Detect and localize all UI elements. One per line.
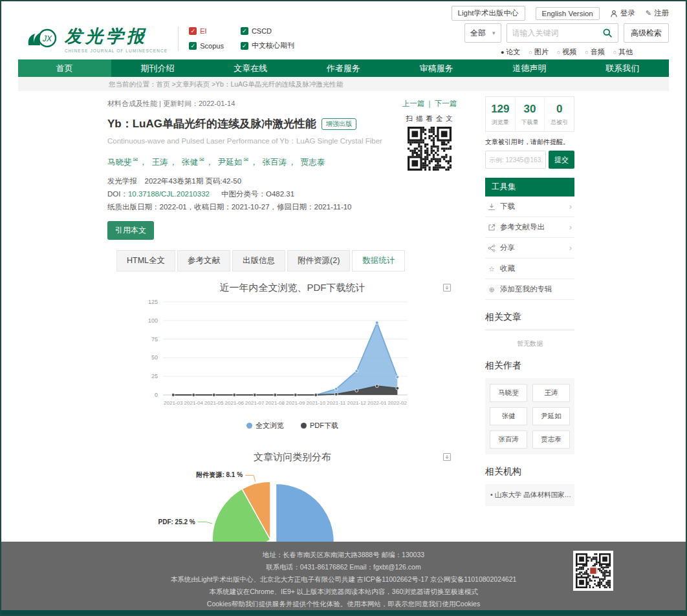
submit-button[interactable]: 提交 — [549, 151, 574, 169]
article-title-en: Continuous-wave and Pulsed Laser Perform… — [107, 136, 401, 146]
site-footer: 地址：长春市南关区东南湖大路3888号 邮编：130033 联系电话：0431-… — [1, 542, 686, 610]
legend-label: 全文浏览 — [256, 421, 284, 430]
save-image-icon[interactable] — [442, 452, 452, 462]
article-title-row: Yb：LuAG单晶光纤的连续及脉冲激光性能 增强出版 — [107, 116, 401, 131]
toolset-title: 工具集 — [485, 178, 574, 196]
save-image-icon[interactable] — [442, 283, 452, 292]
author-link[interactable]: 贾志泰 — [301, 158, 325, 167]
article-source: 发光学报 2022年43卷第1期 页码:42-50 — [107, 175, 401, 187]
next-article-link[interactable]: 下一篇 — [435, 100, 457, 107]
stat-views: 129 浏览量 — [486, 97, 515, 131]
author-link[interactable]: 尹延如✉ — [218, 158, 248, 167]
english-version-link[interactable]: English Version — [536, 7, 600, 20]
author-link[interactable]: 张健✉ — [182, 158, 204, 167]
related-author-chip[interactable]: 张百涛 — [490, 430, 527, 449]
tab-html-fulltext[interactable]: HTML全文 — [116, 250, 175, 271]
journal-logo[interactable]: JX 发光学报 CHINESE JOURNAL OF LUMINESCENCE — [26, 25, 168, 53]
svg-text:JX: JX — [42, 34, 52, 43]
article-header: 材料合成及性能 | 更新时间：2022-01-14 Yb：LuAG单晶光纤的连续… — [107, 99, 477, 240]
login-link[interactable]: 登录 — [610, 8, 635, 18]
related-author-chip[interactable]: 王涛 — [532, 384, 570, 402]
nav-item-journal-intro[interactable]: 期刊介绍 — [111, 59, 204, 77]
nav-item-home[interactable]: 首页 — [18, 59, 111, 77]
related-author-chip[interactable]: 尹延如 — [532, 407, 570, 425]
article-category[interactable]: 材料合成及性能 — [107, 100, 157, 107]
author-link[interactable]: 马晓斐✉ — [107, 158, 138, 167]
tool-add-to-album[interactable]: ⊕ 添加至我的专辑 — [485, 279, 574, 300]
register-link[interactable]: ✎ 注册 — [646, 8, 669, 18]
email-field[interactable] — [485, 151, 546, 169]
search-scope-select[interactable]: 全部▾ — [464, 23, 501, 43]
related-author-chip[interactable]: 马晓斐 — [490, 384, 527, 402]
svg-text:2021-11: 2021-11 — [327, 400, 345, 406]
prev-next-qr-block: 上一篇｜下一篇 扫 描 看 全 文 — [400, 99, 459, 173]
svg-text:2021-12: 2021-12 — [347, 400, 367, 406]
breadcrumb: 您当前的位置：首页 >文章列表页 >Yb：LuAG单晶光纤的连续及脉冲激光性能 — [18, 77, 669, 91]
search-type-video[interactable]: ○视频 — [557, 47, 576, 57]
search-type-paper[interactable]: ●论文 — [501, 47, 520, 57]
enhanced-publication-badge[interactable]: 增强出版 — [322, 118, 356, 130]
article-dates: 纸质出版日期：2022-01，收稿日期：2021-10-27，修回日期：2021… — [107, 200, 401, 213]
nav-item-reviewer-services[interactable]: 审稿服务 — [390, 59, 483, 77]
related-author-chip[interactable]: 贾志泰 — [532, 430, 570, 449]
search-type-other[interactable]: ○其他 — [613, 47, 633, 57]
svg-text:2021-05: 2021-05 — [204, 400, 224, 406]
scan-fulltext-hint: 扫 描 看 全 文 — [400, 114, 459, 123]
area-chart-legend: 全文浏览PDF下载 — [107, 421, 477, 430]
light-center-link[interactable]: Light学术出版中心 — [452, 6, 525, 21]
nav-item-contact-us[interactable]: 联系我们 — [576, 59, 669, 77]
register-label: 注册 — [654, 8, 669, 18]
search-type-image[interactable]: ○图片 — [529, 47, 548, 57]
cite-button[interactable]: 引用本文 — [107, 221, 154, 240]
radio-off-icon: ○ — [557, 49, 560, 56]
tool-favorite[interactable]: ☆ 收藏 — [485, 259, 574, 279]
breadcrumb-trail[interactable]: 首页 >文章列表页 >Yb：LuAG单晶光纤的连续及脉冲激光性能 — [157, 80, 344, 88]
search-box — [507, 23, 618, 43]
svg-text:2022-02: 2022-02 — [388, 400, 408, 406]
email-icon[interactable]: ✉ — [199, 156, 204, 163]
stat-label: 下载量 — [516, 118, 545, 127]
bottom-accent-bar — [1, 610, 686, 615]
search-type-radios: ●论文 ○图片 ○视频 ○音频 ○其他 — [464, 47, 669, 57]
search-input[interactable] — [512, 28, 602, 37]
nav-item-ethics-statement[interactable]: 道德声明 — [483, 59, 576, 77]
radio-off-icon: ○ — [585, 49, 588, 56]
legend-item[interactable]: 全文浏览 — [246, 421, 284, 430]
tool-share[interactable]: 分享 › — [485, 238, 574, 259]
doi-link[interactable]: 10.37188/CJL.20210332 — [128, 190, 210, 198]
tool-download[interactable]: 下载 › — [485, 196, 574, 217]
email-icon[interactable]: ✉ — [133, 156, 138, 163]
chevron-right-icon: › — [569, 244, 572, 253]
tab-statistics[interactable]: 数据统计 — [352, 250, 405, 271]
svg-text:50: 50 — [151, 355, 158, 361]
author-link[interactable]: 张百涛 — [263, 158, 287, 167]
nav-item-author-services[interactable]: 作者服务 — [297, 59, 390, 77]
tab-references[interactable]: 参考文献 — [177, 250, 230, 271]
tab-attachments[interactable]: 附件资源(2) — [287, 250, 350, 271]
search-icon[interactable] — [602, 28, 613, 38]
related-org-item[interactable]: • 山东大学 晶体材料国家… — [485, 484, 574, 506]
qr-code — [573, 551, 613, 591]
advanced-search-button[interactable]: 高级检索 — [624, 23, 669, 43]
stat-value: 30 — [516, 103, 545, 116]
article-column: 材料合成及性能 | 更新时间：2022-01-14 Yb：LuAG单晶光纤的连续… — [107, 96, 477, 542]
author-link[interactable]: 王涛 — [152, 158, 168, 167]
journal-title-en: CHINESE JOURNAL OF LUMINESCENCE — [65, 48, 168, 53]
tool-reference-export[interactable]: 参考文献导出 › — [485, 217, 574, 238]
tab-publication-info[interactable]: 出版信息 — [232, 250, 285, 271]
chart-title: 近一年内全文浏览、PDF下载统计 — [107, 282, 477, 294]
bullet-icon: • — [490, 491, 493, 498]
legend-item[interactable]: PDF下载 — [301, 421, 338, 430]
svg-text:75: 75 — [151, 336, 158, 343]
login-label: 登录 — [620, 8, 635, 18]
share-icon — [488, 244, 496, 252]
related-authors-title: 相关作者 — [485, 360, 574, 372]
doi-label: DOI： — [107, 190, 128, 198]
download-icon — [488, 203, 496, 211]
prev-article-link[interactable]: 上一篇 — [402, 100, 425, 107]
related-author-chip[interactable]: 张健 — [490, 407, 527, 425]
email-icon[interactable]: ✉ — [244, 156, 249, 163]
nav-item-articles-online[interactable]: 文章在线 — [204, 59, 297, 77]
search-type-audio[interactable]: ○音频 — [585, 47, 604, 57]
svg-text:附件资源: 8.1 %: 附件资源: 8.1 % — [196, 471, 243, 478]
